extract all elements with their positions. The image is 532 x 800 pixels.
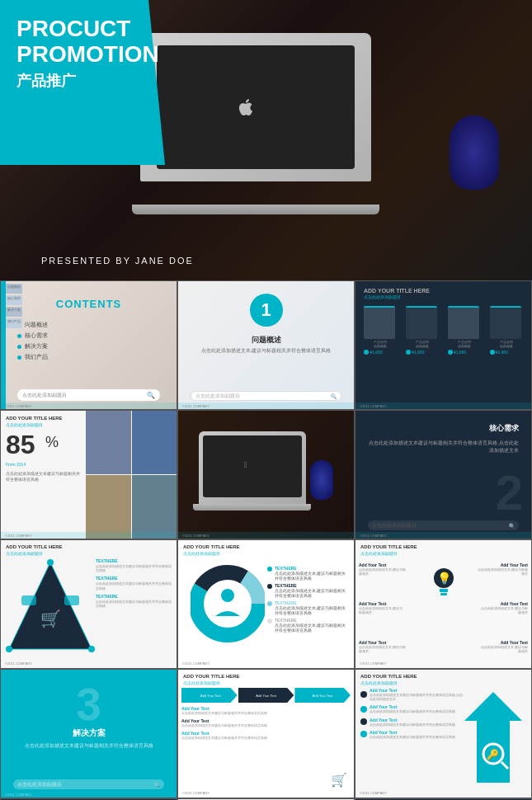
donut-sub: 点击此处添加副题目 <box>183 551 220 556</box>
laptop-base <box>132 205 379 214</box>
slide-section3[interactable]: 3 解决方案 点击此处添加描述文本建议与标题相关并符合整体语言风格 点击此处添加… <box>0 669 177 798</box>
process-item: Add Your Text 点击此处添加描述文本建议与标题相关并符合整体语言风格 <box>181 731 351 740</box>
search-icon: 🔍 <box>147 392 155 399</box>
slide-footer: ©2011 COMPANY <box>355 532 531 539</box>
pct-desc: 点击此处添加描述文本建议与标题相关并符合整体语言风格 <box>6 471 82 482</box>
tri-title: ADD YOUR TITLE HERE <box>6 544 63 549</box>
section-desc: 点击此处添加描述文本,建议与标题相关并符合整体语言风格 <box>191 347 341 354</box>
footer-company: ©2011 COMPANY <box>5 404 32 408</box>
process-sub: 点击此处添加副题目 <box>183 680 220 685</box>
process-items: Add Your Text 点击此处添加描述文本建议与标题相关并符合整体语言风格… <box>181 706 351 789</box>
section2-title: 核心需求 <box>489 423 519 434</box>
legend-item: TEXTHERE 点击此处添加描述文本,建议与标题相关并符合整体语言风格 <box>267 583 350 598</box>
search-icon: 🔍 <box>154 782 160 788</box>
slide-arrow-house[interactable]: ADD YOUR TITLE HERE 点击此处添加副题目 🔑 Add Your… <box>355 669 532 798</box>
laptop-mini-body <box>199 431 306 506</box>
slide-bulb[interactable]: ADD YOUR TITLE HERE 点击此处添加副题目 💡 Add Your… <box>355 539 532 669</box>
svg-text:🛒: 🛒 <box>40 609 61 628</box>
donut-title: ADD YOUR TITLE HERE <box>183 544 240 549</box>
laptop-screen <box>157 45 355 169</box>
arrow-2: Add Your Text <box>238 688 294 703</box>
pct-number: 85 <box>6 431 35 458</box>
footer-company: ©2011 COMPANY <box>360 534 387 538</box>
slide-footer: ©2011 COMPANY <box>355 789 531 796</box>
slide-footer: ©2011 COMPANY <box>1 402 177 409</box>
slide-laptop-photo[interactable]:  ©2011 COMPANY <box>177 410 355 539</box>
process-item: Add Your Text 点击此处添加描述文本建议与标题相关并符合整体语言风格 <box>181 718 351 727</box>
contents-list: 问题概述 核心需求 解决方案 我们产品 问题概述 核心需求 解决方案 我们产品 <box>17 318 160 364</box>
svg-point-2 <box>47 559 54 566</box>
arrow-items: Add Your Text 点击此处添加描述文本建议与标题相关并符合整体语言风格… <box>360 688 464 739</box>
photo-3 <box>86 475 131 539</box>
triangle-svg: 🛒 <box>5 558 96 657</box>
list-item: 我们产品 <box>17 353 160 361</box>
apple-logo <box>236 97 256 117</box>
showcase-item: 产品说明 点击此处 ¥1,680 <box>448 306 481 355</box>
list-dot <box>17 345 21 349</box>
slide-section2[interactable]: 2 核心需求 点击此处添加描述文本建议与标题相关并符合整体语言风格,点击此处添加… <box>355 410 532 539</box>
footer-company: ©2011 COMPANY <box>360 404 387 408</box>
bulb-item-1: Add Your Text 点击此处添加描述文本,建议与标题相关 <box>359 562 408 576</box>
svg-point-4 <box>88 646 95 652</box>
slide-showcase[interactable]: ADD YOUR TITLE HERE 点击此处添加副题目 产品说明 点击此处 … <box>355 280 532 410</box>
showcase-sub: 点击此处添加副题目 <box>364 294 401 299</box>
laptop-body <box>140 33 371 181</box>
section3-number-bg: 3 <box>76 682 101 727</box>
svg-point-11 <box>221 589 234 602</box>
search-bar[interactable]: 点击此处添加副题目 🔍 <box>368 520 519 530</box>
svg-rect-6 <box>64 595 79 605</box>
donut-legend: TEXTHERE 点击此处添加描述文本,建议与标题相关并符合整体语言风格 TEX… <box>267 563 350 635</box>
tri-sub: 点击此处添加副题目 <box>6 551 43 556</box>
pct-photo-grid <box>86 411 177 539</box>
mouse-mini <box>310 460 333 500</box>
slide-percent[interactable]: ADD YOUR TITLE HERE 点击此处添加副题目 85 % From … <box>0 410 177 539</box>
bulb-item-4: Add Your Text 点击此处添加描述文本,建议与标题相关 <box>478 601 528 614</box>
section-number: 1 <box>250 294 283 327</box>
slides-grid: CONTENTS 问题概述 核心需求 解决方案 我们产品 问题概述 核心需求 <box>0 280 532 800</box>
slide-footer: ©2011 COMPANY <box>355 660 531 666</box>
arrow-item: Add Your Text 点击此处添加描述文本建议与标题相关并符合整体语言风格 <box>360 730 464 739</box>
tri-desc-3: 点击此处添加描述文本建议与标题相关并符合整体语言风格 <box>96 600 174 608</box>
search-placeholder: 点击此处添加副题目 <box>195 393 240 400</box>
bulb-item-5: Add Your Text 点击此处添加描述文本,建议与标题相关 <box>359 640 408 653</box>
slide-triangle[interactable]: ADD YOUR TITLE HERE 点击此处添加副题目 🛒 TEXTHERE… <box>0 539 177 669</box>
slide-footer: ©2011 COMPANY <box>1 660 177 666</box>
tri-label-3: TEXTHERE <box>96 594 174 599</box>
search-bar[interactable]: 点击此处添加副题目 🔍 <box>191 391 341 401</box>
arrow-item: Add Your Text 点击此处添加描述文本建议与标题相关并符合整体语言风格… <box>360 688 464 701</box>
slide-process[interactable]: ADD YOUR TITLE HERE 点击此处添加副题目 Add Your T… <box>177 669 355 798</box>
search-bar[interactable]: 点击此处添加副题目 🔍 <box>17 389 160 401</box>
slide-footer: ©2011 COMPANY <box>178 789 354 796</box>
center-bulb: 💡 <box>431 567 456 603</box>
contents-title: CONTENTS <box>56 298 122 310</box>
pct-sign: % <box>45 434 59 451</box>
legend-item: TEXTHERE 点击此处添加描述文本,建议与标题相关并符合整体语言风格 <box>267 618 350 633</box>
bulb-title: ADD YOUR TITLE HERE <box>360 544 417 549</box>
section2-number-bg: 2 <box>496 468 523 518</box>
bulb-item-2: Add Your Text 点击此处添加描述文本,建议与标题相关 <box>474 562 528 576</box>
section3-desc: 点击此处添加描述文本建议与标题相关并符合整体语言风格 <box>13 742 164 750</box>
arrow-house-content: 🔑 Add Your Text 点击此处添加描述文本建议与标题相关并符合整体语言… <box>359 688 528 789</box>
hero-title-cn: 产品推广 <box>16 71 159 91</box>
laptop-decoration <box>132 33 379 214</box>
svg-marker-16 <box>464 692 522 783</box>
cart-icon: 🛒 <box>331 772 347 788</box>
showcase-item: 产品说明 点击此处 ¥1,680 <box>406 306 439 355</box>
arrow-sub: 点击此处添加副题目 <box>360 680 398 685</box>
slide-footer: ©2011 COMPANY <box>178 532 354 539</box>
svg-text:💡: 💡 <box>436 572 451 586</box>
list-dot <box>17 355 21 360</box>
list-dot <box>17 334 21 338</box>
arrow-item: Add Your Text 点击此处添加描述文本建议与标题相关并符合整体语言风格 <box>360 718 464 727</box>
slide-footer: ©2011 COMPANY <box>1 791 177 798</box>
search-bar[interactable]: 点击此处添加副题目 🔍 <box>13 779 164 789</box>
slide-donut[interactable]: ADD YOUR TITLE HERE 点击此处添加副题目 TEXTHERE 点… <box>177 539 355 669</box>
pct-sub: 点击此处添加副题目 <box>6 422 43 427</box>
showcase-item: 产品说明 点击此处 ¥1,680 <box>364 306 397 355</box>
pct-title: ADD YOUR TITLE HERE <box>6 416 63 421</box>
slide-contents[interactable]: CONTENTS 问题概述 核心需求 解决方案 我们产品 问题概述 核心需求 <box>0 280 177 410</box>
svg-rect-15 <box>440 593 447 595</box>
slide-section1[interactable]: 1 问题概述 点击此处添加描述文本,建议与标题相关并符合整体语言风格 点击此处添… <box>177 280 355 410</box>
bulb-items: 💡 Add Your Text 点击此处添加描述文本,建议与标题相关 Add Y… <box>355 558 531 661</box>
showcase-title: ADD YOUR TITLE HERE <box>364 288 430 294</box>
